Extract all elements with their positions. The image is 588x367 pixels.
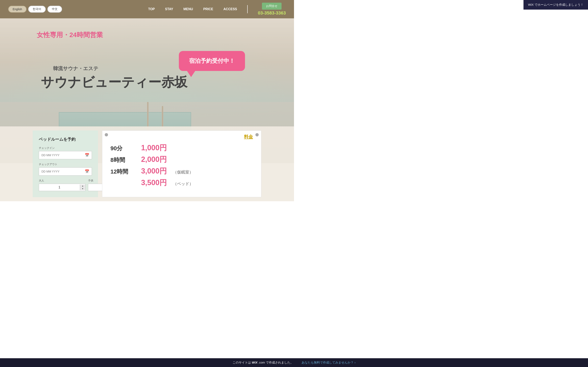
hero-tag: 女性専用・24時間営業	[37, 31, 103, 40]
checkin-label: チェックイン	[39, 146, 92, 150]
corner-screw-left	[105, 133, 108, 136]
hero-subtitle: 韓流サウナ・エステ	[53, 65, 98, 72]
nav-price[interactable]: PRICE	[203, 7, 213, 11]
duration-1: 8時間	[111, 156, 135, 164]
adults-down-button[interactable]: ▼	[80, 187, 85, 190]
checkout-input-wrap[interactable]: 📅	[39, 167, 92, 175]
lang-chinese-button[interactable]: 中文	[47, 6, 62, 13]
checkout-calendar-icon: 📅	[85, 169, 89, 174]
price-table: 料金 90分 1,000円 8時間 2,000円 12時間 3,000円 （仮眠…	[102, 131, 261, 197]
lang-english-button[interactable]: English	[8, 6, 26, 13]
checkin-group: チェックイン 📅	[39, 146, 92, 159]
adults-spinner[interactable]: ▲ ▼	[39, 184, 86, 191]
amount-2: 3,000円	[141, 166, 167, 176]
checkout-input[interactable]	[42, 170, 85, 173]
checkout-label: チェックアウト	[39, 162, 92, 166]
lower-inner: ベッドルームを予約 チェックイン 📅 チェックアウト 📅 大人	[0, 126, 294, 201]
nav-stay[interactable]: STAY	[165, 7, 173, 11]
booking-form: ベッドルームを予約 チェックイン 📅 チェックアウト 📅 大人	[33, 131, 98, 197]
corner-screw-right	[255, 133, 259, 136]
contact-button[interactable]: お問合せ	[262, 3, 282, 9]
price-row-2: 12時間 3,000円 （仮眠室）	[111, 166, 253, 176]
price-rows: 90分 1,000円 8時間 2,000円 12時間 3,000円 （仮眠室） …	[111, 143, 253, 188]
header-contact: お問合せ 03-3583-3363	[258, 3, 286, 16]
checkin-input-wrap[interactable]: 📅	[39, 151, 92, 159]
adults-group: 大人 ▲ ▼	[39, 179, 86, 191]
nav-top[interactable]: TOP	[148, 7, 155, 11]
checkout-group: チェックアウト 📅	[39, 162, 92, 175]
checkin-input[interactable]	[42, 154, 85, 157]
checkin-calendar-icon: 📅	[85, 153, 89, 157]
bubble-text: 宿泊予約受付中！	[189, 58, 235, 64]
lower-section: ベッドルームを予約 チェックイン 📅 チェックアウト 📅 大人	[0, 126, 294, 201]
amount-3: 3,500円	[141, 178, 167, 188]
price-row-0: 90分 1,000円	[111, 143, 253, 153]
booking-speech-bubble: 宿泊予約受付中！	[179, 51, 245, 71]
adults-input[interactable]	[39, 184, 80, 191]
site-header: English 한국어 中文 TOP STAY MENU PRICE ACCES…	[0, 0, 294, 18]
note-2: （仮眠室）	[173, 169, 193, 175]
language-switcher: English 한국어 中文	[8, 6, 62, 13]
amount-0: 1,000円	[141, 143, 167, 153]
note-3: （ベッド）	[173, 181, 193, 187]
booking-form-title: ベッドルームを予約	[39, 137, 92, 142]
adults-label: 大人	[39, 179, 86, 183]
nav-access[interactable]: ACCESS	[223, 7, 237, 11]
price-row-3: 3,500円 （ベッド）	[111, 178, 253, 188]
hero-title: サウナビューティー赤坂	[41, 73, 187, 91]
duration-0: 90分	[111, 145, 135, 152]
price-row-1: 8時間 2,000円	[111, 155, 253, 165]
phone-number: 03-3583-3363	[258, 10, 286, 16]
adults-up-button[interactable]: ▲	[80, 184, 85, 187]
price-label: 料金	[244, 134, 253, 140]
guests-row: 大人 ▲ ▼ 子供 ▲ ▼	[39, 179, 92, 191]
nav-divider	[247, 5, 248, 13]
main-nav: TOP STAY MENU PRICE ACCESS お問合せ 03-3583-…	[148, 3, 286, 16]
nav-menu[interactable]: MENU	[183, 7, 193, 11]
amount-1: 2,000円	[141, 155, 167, 165]
lang-korean-button[interactable]: 한국어	[28, 6, 46, 13]
adults-arrows: ▲ ▼	[80, 184, 85, 190]
duration-2: 12時間	[111, 168, 135, 175]
